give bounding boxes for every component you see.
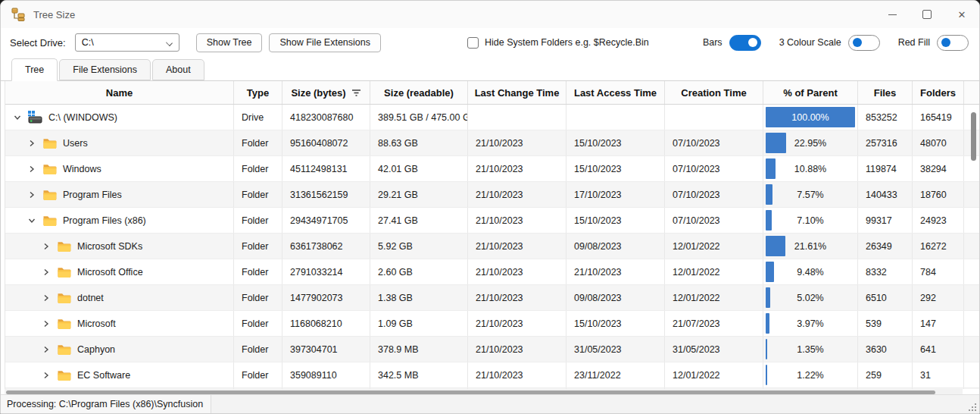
- creation-time-cell: 07/10/2023: [665, 208, 763, 233]
- column-header-size-bytes[interactable]: Size (bytes): [282, 81, 370, 104]
- percent-label: 7.57%: [797, 190, 823, 200]
- expand-chevron-icon[interactable]: [40, 369, 52, 381]
- table-row[interactable]: Program Files Folder 31361562159 29.21 G…: [5, 182, 979, 208]
- type-cell: Folder: [234, 156, 282, 181]
- folder-icon: [42, 215, 57, 227]
- column-header-last-access[interactable]: Last Access Time: [566, 81, 665, 104]
- column-header-size-readable[interactable]: Size (readable): [370, 81, 468, 104]
- name-cell[interactable]: Microsoft: [5, 311, 234, 336]
- type-cell: Folder: [234, 259, 282, 284]
- item-name: Windows: [63, 164, 101, 174]
- folder-icon: [42, 163, 57, 175]
- size-readable-cell: 29.21 GB: [370, 182, 468, 207]
- size-bytes-cell: 95160408072: [282, 130, 370, 155]
- name-cell[interactable]: Microsoft SDKs: [5, 234, 234, 259]
- name-cell[interactable]: dotnet: [5, 285, 234, 310]
- hide-system-folders-checkbox[interactable]: [467, 37, 479, 49]
- table-row[interactable]: Caphyon Folder 397304701 378.9 MB 21/10/…: [5, 337, 979, 362]
- column-header-folders[interactable]: Folders: [913, 81, 964, 104]
- expand-chevron-icon[interactable]: [26, 137, 38, 149]
- percent-of-parent-cell: 5.02%: [763, 285, 858, 310]
- name-cell[interactable]: EC Software: [5, 362, 234, 387]
- tab-file-extensions[interactable]: File Extensions: [59, 59, 151, 80]
- folder-icon: [57, 266, 71, 278]
- tab-tree[interactable]: Tree: [11, 58, 58, 81]
- name-cell[interactable]: Caphyon: [5, 337, 234, 362]
- percent-bar: [766, 339, 767, 359]
- title-bar[interactable]: Tree Size ✕: [1, 1, 979, 28]
- expand-chevron-icon[interactable]: [26, 189, 38, 201]
- folders-count-cell: 38294: [913, 156, 964, 181]
- treeview-app-icon: [11, 7, 26, 22]
- expand-chevron-icon[interactable]: [26, 215, 38, 227]
- size-readable-cell: 88.63 GB: [370, 130, 468, 155]
- creation-time-cell: 21/07/2023: [665, 311, 763, 336]
- minimize-button[interactable]: [875, 1, 910, 28]
- colour-scale-toggle[interactable]: [848, 35, 880, 51]
- name-cell[interactable]: Microsoft Office: [5, 259, 234, 284]
- last-change-cell: 21/10/2023: [468, 362, 566, 387]
- table-row[interactable]: C:\ (WINDOWS) Drive 418230087680 389.51 …: [5, 105, 979, 130]
- red-fill-toggle-label: Red Fill: [898, 37, 930, 48]
- expand-chevron-icon[interactable]: [11, 111, 23, 124]
- last-change-cell: 21/10/2023: [468, 311, 566, 336]
- expand-chevron-icon[interactable]: [26, 163, 38, 175]
- toolbar: Select Drive: C:\ Show Tree Show File Ex…: [1, 28, 979, 57]
- table-row[interactable]: dotnet Folder 1477902073 1.38 GB 21/10/2…: [5, 285, 979, 311]
- percent-label: 5.02%: [797, 293, 823, 303]
- close-button[interactable]: ✕: [944, 1, 979, 28]
- files-count-cell: 140433: [858, 182, 913, 207]
- table-row[interactable]: Windows Folder 45112498131 42.01 GB 21/1…: [5, 156, 979, 182]
- name-cell[interactable]: Users: [5, 130, 234, 155]
- horizontal-scrollbar-thumb[interactable]: [6, 390, 935, 394]
- table-row[interactable]: EC Software Folder 359089110 342.5 MB 21…: [5, 362, 979, 388]
- filter-icon[interactable]: [351, 89, 361, 97]
- percent-bar: [766, 313, 769, 334]
- drive-select[interactable]: C:\: [75, 33, 179, 52]
- table-row[interactable]: Microsoft Folder 1168068210 1.09 GB 21/1…: [5, 311, 979, 337]
- name-cell[interactable]: Program Files: [5, 182, 234, 207]
- files-count-cell: 3630: [858, 337, 913, 362]
- red-fill-toggle[interactable]: [937, 35, 969, 51]
- expand-chevron-icon[interactable]: [40, 240, 52, 252]
- name-cell[interactable]: C:\ (WINDOWS): [5, 105, 234, 130]
- status-bar: Processing: C:\Program Files (x86)\Syncf…: [1, 394, 979, 413]
- table-row[interactable]: Microsoft SDKs Folder 6361738062 5.92 GB…: [5, 234, 979, 259]
- bars-toggle[interactable]: [729, 35, 761, 51]
- last-change-cell: 21/10/2023: [468, 156, 566, 181]
- table-row[interactable]: Program Files (x86) Folder 29434971705 2…: [5, 208, 979, 234]
- last-change-cell: 21/10/2023: [468, 234, 566, 259]
- expand-chevron-icon[interactable]: [40, 266, 52, 278]
- maximize-button[interactable]: [910, 1, 944, 28]
- column-header-files[interactable]: Files: [858, 81, 913, 104]
- type-cell: Folder: [234, 182, 282, 207]
- item-name: Microsoft Office: [77, 267, 143, 278]
- name-cell[interactable]: Windows: [5, 156, 234, 181]
- column-header-name[interactable]: Name: [5, 81, 234, 104]
- item-name: Caphyon: [77, 344, 115, 355]
- expand-chevron-icon[interactable]: [40, 318, 52, 330]
- show-file-extensions-button[interactable]: Show File Extensions: [269, 33, 381, 52]
- table-row[interactable]: Microsoft Office Folder 2791033214 2.60 …: [5, 259, 979, 285]
- folder-icon: [57, 369, 71, 381]
- folders-count-cell: 147: [913, 311, 964, 336]
- files-count-cell: 99317: [858, 208, 913, 233]
- vertical-scrollbar-thumb[interactable]: [971, 112, 976, 161]
- tab-about[interactable]: About: [152, 59, 204, 80]
- status-panel: Processing: C:\Program Files (x86)\Syncf…: [1, 395, 211, 413]
- name-cell[interactable]: Program Files (x86): [5, 208, 234, 233]
- creation-time-cell: [665, 105, 763, 130]
- expand-chevron-icon[interactable]: [40, 292, 52, 304]
- column-header-type[interactable]: Type: [234, 81, 282, 104]
- expand-chevron-icon[interactable]: [40, 343, 52, 356]
- vertical-scrollbar[interactable]: [970, 107, 977, 387]
- show-tree-button[interactable]: Show Tree: [196, 33, 263, 52]
- column-header-last-change[interactable]: Last Change Time: [468, 81, 566, 104]
- resize-grip-icon[interactable]: [969, 403, 977, 411]
- percent-of-parent-cell: 100.00%: [763, 105, 858, 130]
- table-row[interactable]: Users Folder 95160408072 88.63 GB 21/10/…: [5, 130, 979, 156]
- column-header-pct-of-parent[interactable]: % of Parent: [763, 81, 858, 104]
- column-header-creation[interactable]: Creation Time: [665, 81, 763, 104]
- last-change-cell: 21/10/2023: [468, 285, 566, 310]
- folders-count-cell: 641: [913, 337, 964, 362]
